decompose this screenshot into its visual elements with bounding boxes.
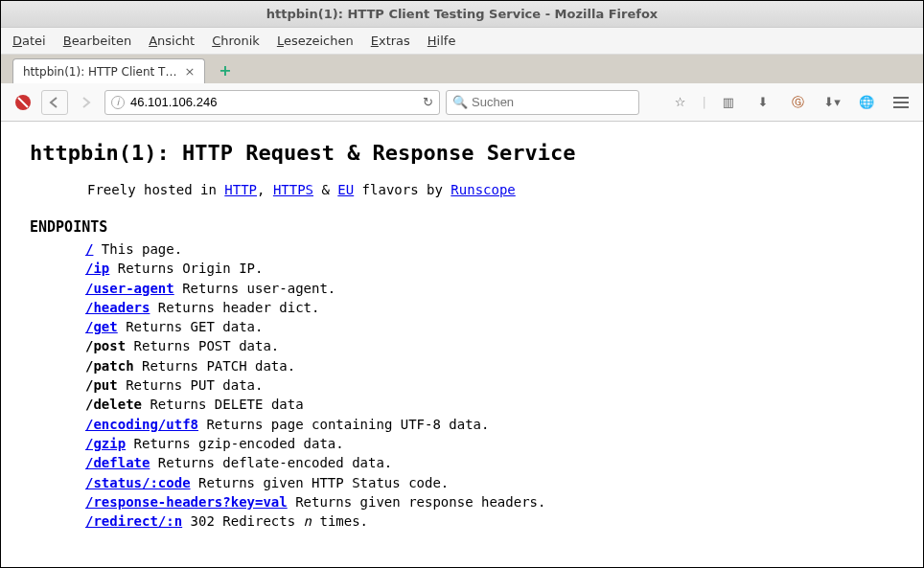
- window-title: httpbin(1): HTTP Client Testing Service …: [266, 7, 658, 21]
- new-tab-button[interactable]: +: [213, 57, 237, 83]
- endpoint-row: /redirect/:n 302 Redirects n times.: [85, 511, 894, 531]
- endpoints-list: / This page./ip Returns Origin IP./user-…: [85, 239, 894, 531]
- endpoint-path: /delete: [85, 397, 142, 412]
- endpoint-row: /get Returns GET data.: [85, 317, 894, 336]
- endpoint-path: /patch: [85, 358, 134, 374]
- page-heading: httpbin(1): HTTP Request & Response Serv…: [30, 141, 894, 165]
- link-eu[interactable]: EU: [337, 182, 354, 197]
- endpoint-desc: Returns GET data.: [118, 319, 264, 334]
- endpoint-row: /put Returns PUT data.: [85, 375, 894, 395]
- endpoint-row: /headers Returns header dict.: [85, 298, 894, 317]
- downloads-icon[interactable]: ⬇: [751, 90, 775, 115]
- bookmark-star-icon[interactable]: ☆: [668, 90, 693, 115]
- menu-hilfe[interactable]: Hilfe: [427, 34, 456, 48]
- endpoint-row: /patch Returns PATCH data.: [85, 356, 894, 375]
- endpoint-link[interactable]: /gzip: [85, 436, 126, 451]
- endpoint-desc: This page.: [93, 241, 182, 257]
- endpoint-desc: Returns header dict.: [150, 300, 319, 315]
- search-input[interactable]: [472, 95, 633, 109]
- endpoint-desc: Returns POST data.: [126, 338, 279, 353]
- endpoint-link[interactable]: /encoding/utf8: [85, 417, 198, 432]
- link-https[interactable]: HTTPS: [273, 182, 313, 197]
- endpoint-row: /gzip Returns gzip-encoded data.: [85, 434, 894, 453]
- endpoint-row: /status/:code Returns given HTTP Status …: [85, 473, 894, 492]
- endpoint-desc: Returns PATCH data.: [134, 358, 296, 374]
- endpoint-desc: Returns deflate-encoded data.: [150, 455, 392, 470]
- library-icon[interactable]: ▥: [716, 90, 741, 115]
- endpoint-desc: Returns DELETE data: [142, 397, 304, 412]
- searchbar[interactable]: 🔍: [446, 90, 639, 115]
- site-info-icon[interactable]: i: [111, 96, 125, 109]
- globe-icon[interactable]: 🌐: [854, 90, 879, 115]
- window-titlebar: httpbin(1): HTTP Client Testing Service …: [1, 1, 923, 28]
- subtitle: Freely hosted in HTTP, HTTPS & EU flavor…: [87, 182, 894, 197]
- endpoint-row: /encoding/utf8 Returns page containing U…: [85, 415, 894, 434]
- menu-ansicht[interactable]: Ansicht: [149, 34, 195, 48]
- endpoint-link[interactable]: /response-headers?key=val: [85, 494, 288, 510]
- endpoint-link[interactable]: /redirect/:n: [85, 513, 182, 529]
- endpoints-heading: ENDPOINTS: [30, 218, 894, 236]
- endpoint-desc: Returns PUT data.: [118, 377, 264, 393]
- menu-button[interactable]: [889, 90, 913, 115]
- endpoint-desc: Returns gzip-encoded data.: [126, 436, 344, 451]
- endpoint-link[interactable]: /get: [85, 319, 118, 334]
- forward-button: [74, 90, 99, 115]
- endpoint-link[interactable]: /status/:code: [85, 475, 191, 490]
- link-http[interactable]: HTTP: [224, 182, 257, 197]
- endpoint-path: /post: [85, 338, 126, 353]
- menu-chronik[interactable]: Chronik: [212, 34, 260, 48]
- endpoint-row: /delete Returns DELETE data: [85, 395, 894, 414]
- downloadhelper-icon[interactable]: ⬇▾: [820, 90, 844, 115]
- menu-bearbeiten[interactable]: Bearbeiten: [63, 34, 131, 48]
- endpoint-link[interactable]: /deflate: [85, 455, 150, 470]
- endpoint-row: / This page.: [85, 239, 894, 259]
- url-input[interactable]: [130, 95, 417, 109]
- toolbar: i ↻ 🔍 ☆ | ▥ ⬇ Ⓖ ⬇▾ 🌐: [1, 83, 923, 122]
- endpoint-row: /post Returns POST data.: [85, 336, 894, 355]
- endpoint-path: /put: [85, 377, 118, 393]
- close-icon[interactable]: ×: [184, 64, 195, 79]
- tabbar: httpbin(1): HTTP Client T… × +: [1, 55, 923, 83]
- endpoint-desc: Returns page containing UTF-8 data.: [198, 417, 489, 432]
- endpoint-link[interactable]: /ip: [85, 261, 109, 276]
- tab-active[interactable]: httpbin(1): HTTP Client T… ×: [12, 58, 205, 83]
- urlbar[interactable]: i ↻: [104, 90, 440, 115]
- greasemonkey-icon[interactable]: Ⓖ: [785, 90, 810, 115]
- endpoint-desc: Returns given HTTP Status code.: [191, 475, 450, 490]
- search-icon: 🔍: [452, 95, 468, 109]
- noscript-icon[interactable]: [11, 90, 35, 115]
- page-content: httpbin(1): HTTP Request & Response Serv…: [1, 122, 923, 568]
- endpoint-desc: Returns user-agent.: [174, 281, 336, 296]
- menu-datei[interactable]: Datei: [12, 34, 46, 48]
- menu-lesezeichen[interactable]: Lesezeichen: [277, 34, 354, 48]
- menubar: Datei Bearbeiten Ansicht Chronik Lesezei…: [1, 28, 923, 55]
- endpoint-link[interactable]: /headers: [85, 300, 150, 315]
- reload-icon[interactable]: ↻: [423, 95, 433, 109]
- tab-title: httpbin(1): HTTP Client T…: [23, 65, 176, 79]
- link-runscope[interactable]: Runscope: [450, 182, 515, 197]
- endpoint-desc: Returns given response headers.: [288, 494, 546, 510]
- menu-extras[interactable]: Extras: [371, 34, 410, 48]
- endpoint-row: /user-agent Returns user-agent.: [85, 279, 894, 298]
- endpoint-row: /deflate Returns deflate-encoded data.: [85, 453, 894, 472]
- endpoint-link[interactable]: /user-agent: [85, 281, 174, 296]
- endpoint-row: /response-headers?key=val Returns given …: [85, 492, 894, 511]
- endpoint-row: /ip Returns Origin IP.: [85, 259, 894, 278]
- endpoint-desc: Returns Origin IP.: [109, 261, 263, 276]
- back-button[interactable]: [41, 90, 68, 115]
